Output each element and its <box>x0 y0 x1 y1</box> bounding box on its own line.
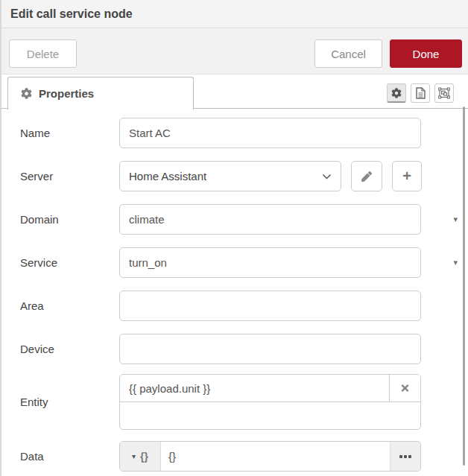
service-input[interactable] <box>119 247 421 278</box>
vertical-scrollbar-thumb[interactable] <box>463 107 465 466</box>
service-row: Service ▾ <box>1 247 468 278</box>
device-label: Device <box>20 334 54 364</box>
area-input[interactable] <box>119 291 421 321</box>
json-type-icon: {} <box>140 451 148 463</box>
gear-icon <box>391 88 402 98</box>
remove-entity-button[interactable] <box>389 375 420 402</box>
data-label: Data <box>20 441 44 472</box>
area-row: Area <box>1 291 468 321</box>
device-input[interactable] <box>119 334 421 364</box>
tab-properties-label: Properties <box>39 87 94 100</box>
data-type-select-button[interactable]: ▾ {} <box>120 442 161 471</box>
tab-bar: Properties <box>1 74 468 109</box>
service-label: Service <box>20 247 57 278</box>
data-row: Data ▾ {} <box>1 441 468 472</box>
entity-list <box>119 374 421 430</box>
cancel-button[interactable]: Cancel <box>314 39 382 68</box>
chevron-down-icon <box>322 174 332 180</box>
object-group-icon <box>438 87 450 99</box>
caret-down-icon[interactable]: ▾ <box>453 204 458 235</box>
entity-input[interactable] <box>120 375 389 402</box>
server-select-value: Home Assistant <box>129 170 206 183</box>
server-row: Server Home Assistant + <box>1 161 468 191</box>
server-select[interactable]: Home Assistant <box>119 161 341 191</box>
entity-row: Entity <box>1 374 468 430</box>
plus-icon: + <box>402 168 411 185</box>
edit-node-tray: Edit call service node Delete Cancel Don… <box>0 0 468 476</box>
tool-button-properties[interactable] <box>387 83 406 103</box>
edit-server-button[interactable] <box>351 161 382 191</box>
pencil-icon <box>361 171 372 182</box>
caret-down-icon[interactable]: ▾ <box>453 247 458 278</box>
area-label: Area <box>20 291 44 321</box>
close-icon <box>401 383 409 393</box>
file-icon <box>416 87 426 99</box>
entity-label: Entity <box>20 374 48 430</box>
done-button[interactable]: Done <box>390 39 462 68</box>
tray-toolbar: Delete Cancel Done <box>1 28 468 74</box>
caret-down-icon: ▾ <box>132 452 136 460</box>
tray-header: Edit call service node <box>1 0 468 28</box>
data-typed-input: ▾ {} <box>119 441 421 472</box>
properties-form: Name Server Home Assistant + Domain <box>1 109 468 475</box>
delete-button[interactable]: Delete <box>9 39 77 68</box>
tool-button-appearance[interactable] <box>434 83 454 103</box>
entity-list-item <box>120 375 420 402</box>
tool-button-description[interactable] <box>411 83 430 103</box>
data-value-input[interactable] <box>161 442 390 471</box>
tab-properties[interactable]: Properties <box>7 77 194 110</box>
device-row: Device <box>1 334 468 364</box>
domain-row: Domain ▾ <box>1 204 468 235</box>
name-label: Name <box>20 118 50 148</box>
name-row: Name <box>1 118 468 148</box>
domain-input[interactable] <box>119 204 421 235</box>
domain-label: Domain <box>20 204 59 235</box>
expand-editor-button[interactable] <box>390 442 420 471</box>
server-label: Server <box>20 161 53 191</box>
ellipsis-icon <box>399 455 402 458</box>
gear-icon <box>21 88 32 99</box>
add-server-button[interactable]: + <box>392 161 422 191</box>
name-input[interactable] <box>119 118 421 148</box>
page-title: Edit call service node <box>10 7 133 21</box>
